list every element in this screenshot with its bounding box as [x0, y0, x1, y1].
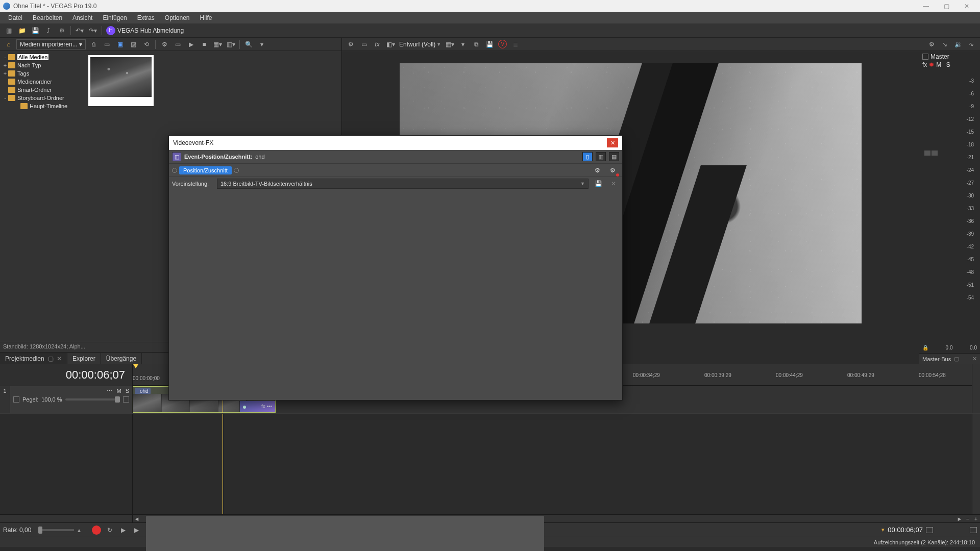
master-dim-button[interactable]: ↘ [939, 39, 950, 50]
timeline-empty-area[interactable] [133, 414, 972, 514]
lock-icon[interactable]: 🔒 [922, 345, 928, 350]
preview-save-button[interactable]: 💾 [484, 39, 495, 50]
fx-add-button[interactable]: ⚙ [592, 165, 603, 176]
tree-item-tags[interactable]: +Tags [0, 69, 84, 78]
timeline-vscroll[interactable] [972, 364, 980, 386]
tab-uebergaenge[interactable]: Übergänge [101, 353, 142, 364]
media-stop-button[interactable]: ■ [199, 39, 210, 50]
media-view-button[interactable]: ▦▾ [212, 39, 223, 50]
menu-bearbeiten[interactable]: Bearbeiten [28, 13, 67, 23]
fx-view1-button[interactable]: ▯ [582, 152, 593, 161]
loop-button[interactable]: ↻ [104, 524, 115, 536]
media-search-button[interactable]: 🔍 [243, 39, 254, 50]
track-solo-button[interactable]: S [126, 388, 129, 394]
zoom-out-button[interactable]: − [964, 515, 972, 523]
menu-ansicht[interactable]: Ansicht [67, 13, 97, 23]
preset-delete-button[interactable]: ✕ [609, 179, 618, 188]
tree-item-medienordner[interactable]: Medienordner [0, 78, 84, 86]
hub-label[interactable]: VEGAS Hub Abmeldung [117, 27, 184, 34]
media-cleanup-button[interactable]: ⟲ [141, 39, 152, 50]
preview-quality-dropdown[interactable]: Entwurf (Voll)▼ [399, 41, 441, 48]
import-media-button[interactable]: Medien importieren... ▾ [16, 39, 86, 49]
preview-fx-button[interactable]: fx [372, 39, 383, 50]
video-event-fx-dialog[interactable]: Videoevent-FX ✕ ◫ Event-Position/Zuschni… [168, 135, 623, 400]
preview-overlay2-button[interactable]: ▾ [457, 39, 469, 50]
track-automation-box[interactable] [123, 396, 129, 403]
master-checkbox[interactable] [922, 54, 928, 60]
fx-dialog-body[interactable] [169, 190, 622, 400]
playhead-line[interactable] [223, 414, 223, 514]
undo-button[interactable]: ↶▾ [74, 25, 85, 36]
open-button[interactable]: 📁 [16, 25, 28, 36]
master-bus-tab[interactable]: Master-Bus ▢ ✕ [919, 353, 980, 364]
tab-max-icon[interactable]: ▢ [48, 355, 54, 362]
dialog-titlebar[interactable]: Videoevent-FX ✕ [169, 136, 622, 150]
scroll-thumb[interactable] [146, 516, 544, 551]
fx-view3-button[interactable]: ▦ [609, 152, 619, 161]
fx-view2-button[interactable]: ▥ [596, 152, 606, 161]
playhead-marker-icon[interactable] [133, 364, 138, 368]
menu-einfuegen[interactable]: Einfügen [97, 13, 132, 23]
preview-overlay-button[interactable]: ▦▾ [444, 39, 455, 50]
tree-item-alle-medien[interactable]: -Alle Medien [0, 53, 84, 61]
master-fx-button[interactable]: fx [922, 61, 927, 68]
master-mixer-button[interactable]: ∿ [966, 39, 977, 50]
record-button[interactable] [92, 525, 101, 535]
tc-display-box-icon[interactable] [926, 527, 933, 533]
media-add-button[interactable]: ▣ [114, 39, 126, 50]
tab-max-icon[interactable]: ▢ [954, 356, 959, 362]
media-view2-button[interactable]: ▥▾ [225, 39, 236, 50]
play-button[interactable]: ▶ [131, 524, 142, 536]
preview-bars-icon[interactable]: ≣ [510, 39, 521, 50]
play-start-button[interactable]: ▶ [117, 524, 129, 536]
new-project-button[interactable]: ▥ [3, 25, 14, 36]
track-fx-box[interactable] [13, 396, 19, 403]
media-tree[interactable]: -Alle Medien +Nach Typ +Tags Medienordne… [0, 51, 84, 342]
tab-explorer[interactable]: Explorer [67, 353, 101, 364]
timeline-timecode[interactable]: 00:00:06;07 [0, 364, 133, 386]
tree-item-nach-typ[interactable]: +Nach Typ [0, 61, 84, 69]
fx-remove-button[interactable]: ⚙ [607, 165, 618, 176]
media-fx-button[interactable]: ▭ [172, 39, 183, 50]
fx-chip-position-zuschnitt[interactable]: Position/Zuschnitt [179, 166, 232, 174]
tab-close-icon[interactable]: ✕ [57, 355, 62, 362]
preset-dropdown[interactable]: 16:9 Breitbild-TV-Bildseitenverhältnis▼ [217, 179, 589, 189]
preview-ext-button[interactable]: ▭ [358, 39, 370, 50]
media-thumbnail[interactable] [88, 55, 154, 106]
menu-hilfe[interactable]: Hilfe [195, 13, 217, 23]
zoom-in-button[interactable]: + [972, 515, 980, 523]
master-solo-button[interactable]: S [946, 61, 952, 68]
maximize-button[interactable]: ▢ [936, 0, 957, 12]
tab-projektmedien[interactable]: Projektmedien ▢✕ [0, 353, 67, 364]
preset-save-button[interactable]: 💾 [594, 179, 603, 188]
media-search-dd[interactable]: ▾ [256, 39, 267, 50]
preview-v-badge-icon[interactable]: V [498, 40, 507, 48]
pan-crop-badge-icon[interactable]: ◫ [172, 152, 181, 161]
tab-close-icon[interactable]: ✕ [972, 356, 977, 362]
render-button[interactable]: ⤴ [43, 25, 54, 36]
track-mute-button[interactable]: M [116, 388, 121, 394]
tc-display-box2-icon[interactable] [970, 527, 977, 533]
media-props-button[interactable]: ⚙ [159, 39, 170, 50]
track-level-slider[interactable] [65, 398, 120, 400]
close-button[interactable]: ✕ [957, 0, 977, 12]
minimize-button[interactable]: — [916, 0, 936, 12]
preview-copy-button[interactable]: ⧉ [471, 39, 482, 50]
scroll-left-button[interactable]: ◄ [133, 515, 141, 523]
media-home-icon[interactable]: ⌂ [3, 39, 14, 50]
tree-item-haupt-timeline[interactable]: Haupt-Timeline [0, 102, 84, 110]
save-button[interactable]: 💾 [30, 25, 41, 36]
media-remove-button[interactable]: ▨ [128, 39, 139, 50]
redo-button[interactable]: ↷▾ [87, 25, 99, 36]
master-gear-icon[interactable]: ✹ [929, 61, 934, 68]
menu-optionen[interactable]: Optionen [160, 13, 195, 23]
timeline-vscroll[interactable] [972, 414, 980, 514]
timeline-hscroll[interactable]: ◄ ► − + [0, 514, 980, 522]
properties-button[interactable]: ⚙ [56, 25, 67, 36]
tree-item-storyboard[interactable]: -Storyboard-Ordner [0, 94, 84, 102]
rate-slider[interactable] [38, 529, 74, 531]
track-header[interactable]: 1 ⋯ M S Pegel: 100,0 % [0, 386, 133, 413]
media-capture-button[interactable]: ⎙ [88, 39, 99, 50]
clip-fx-handle[interactable]: fx ••• [239, 401, 275, 413]
scroll-right-button[interactable]: ► [955, 515, 964, 523]
